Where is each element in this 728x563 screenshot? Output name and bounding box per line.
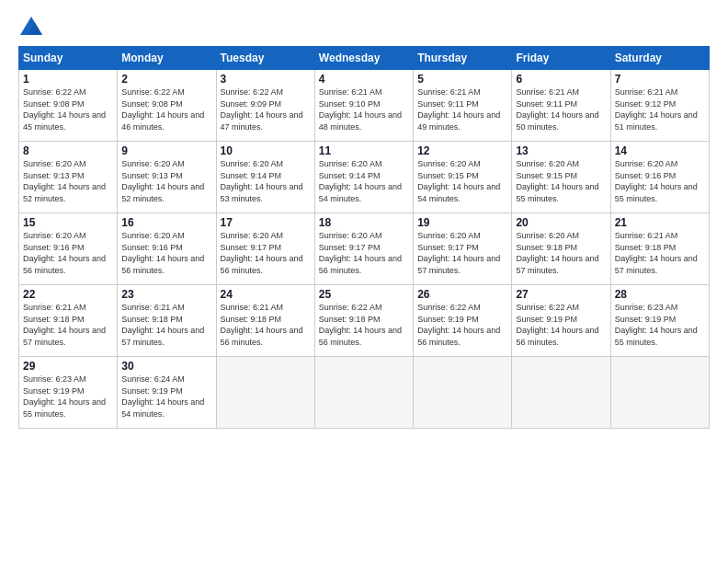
calendar-cell: 16 Sunrise: 6:20 AM Sunset: 9:16 PM Dayl…: [118, 213, 216, 285]
day-number: 7: [615, 73, 705, 86]
day-info: Sunrise: 6:22 AM Sunset: 9:18 PM Dayligh…: [319, 302, 409, 348]
day-number: 17: [221, 216, 311, 229]
day-number: 15: [23, 216, 113, 229]
week-row-1: 8 Sunrise: 6:20 AM Sunset: 9:13 PM Dayli…: [19, 142, 710, 213]
day-info: Sunrise: 6:23 AM Sunset: 9:19 PM Dayligh…: [615, 302, 705, 348]
header-row: SundayMondayTuesdayWednesdayThursdayFrid…: [19, 47, 710, 70]
day-number: 25: [319, 288, 409, 301]
week-row-0: 1 Sunrise: 6:22 AM Sunset: 9:08 PM Dayli…: [19, 70, 710, 142]
day-number: 29: [23, 360, 113, 373]
day-info: Sunrise: 6:20 AM Sunset: 9:13 PM Dayligh…: [23, 158, 113, 204]
day-info: Sunrise: 6:21 AM Sunset: 9:18 PM Dayligh…: [121, 302, 211, 348]
day-info: Sunrise: 6:21 AM Sunset: 9:18 PM Dayligh…: [23, 302, 113, 348]
calendar-cell: 11 Sunrise: 6:20 AM Sunset: 9:14 PM Dayl…: [314, 142, 413, 213]
logo-icon: [18, 15, 44, 40]
calendar-cell: 6 Sunrise: 6:21 AM Sunset: 9:11 PM Dayli…: [512, 70, 610, 142]
calendar-cell: 12 Sunrise: 6:20 AM Sunset: 9:15 PM Dayl…: [414, 142, 512, 213]
calendar-cell: 17 Sunrise: 6:20 AM Sunset: 9:17 PM Dayl…: [216, 213, 314, 285]
calendar-cell: 18 Sunrise: 6:20 AM Sunset: 9:17 PM Dayl…: [314, 213, 413, 285]
calendar-cell: [610, 357, 709, 429]
day-info: Sunrise: 6:20 AM Sunset: 9:16 PM Dayligh…: [121, 230, 211, 276]
logo: [18, 15, 48, 40]
calendar-cell: 9 Sunrise: 6:20 AM Sunset: 9:13 PM Dayli…: [118, 142, 216, 213]
col-header-thursday: Thursday: [414, 47, 512, 70]
day-info: Sunrise: 6:21 AM Sunset: 9:11 PM Dayligh…: [516, 86, 606, 132]
week-row-3: 22 Sunrise: 6:21 AM Sunset: 9:18 PM Dayl…: [19, 285, 710, 357]
day-number: 27: [516, 288, 606, 301]
day-number: 3: [221, 73, 311, 86]
calendar-cell: 22 Sunrise: 6:21 AM Sunset: 9:18 PM Dayl…: [19, 285, 118, 357]
day-number: 2: [121, 73, 211, 86]
day-info: Sunrise: 6:21 AM Sunset: 9:18 PM Dayligh…: [221, 302, 311, 348]
day-number: 10: [221, 144, 311, 157]
day-number: 12: [417, 144, 507, 157]
col-header-sunday: Sunday: [19, 47, 118, 70]
week-row-4: 29 Sunrise: 6:23 AM Sunset: 9:19 PM Dayl…: [19, 357, 710, 429]
day-number: 9: [121, 144, 211, 157]
day-info: Sunrise: 6:22 AM Sunset: 9:08 PM Dayligh…: [23, 86, 113, 132]
day-info: Sunrise: 6:20 AM Sunset: 9:17 PM Dayligh…: [221, 230, 311, 276]
day-number: 11: [319, 144, 409, 157]
day-info: Sunrise: 6:20 AM Sunset: 9:15 PM Dayligh…: [417, 158, 507, 204]
day-number: 4: [319, 73, 409, 86]
day-info: Sunrise: 6:21 AM Sunset: 9:10 PM Dayligh…: [319, 86, 409, 132]
day-number: 18: [319, 216, 409, 229]
col-header-wednesday: Wednesday: [314, 47, 413, 70]
calendar-cell: 20 Sunrise: 6:20 AM Sunset: 9:18 PM Dayl…: [512, 213, 610, 285]
calendar-table: SundayMondayTuesdayWednesdayThursdayFrid…: [18, 46, 710, 429]
day-number: 22: [23, 288, 113, 301]
week-row-2: 15 Sunrise: 6:20 AM Sunset: 9:16 PM Dayl…: [19, 213, 710, 285]
day-number: 23: [121, 288, 211, 301]
day-number: 21: [615, 216, 705, 229]
day-info: Sunrise: 6:20 AM Sunset: 9:14 PM Dayligh…: [221, 158, 311, 204]
calendar-cell: 4 Sunrise: 6:21 AM Sunset: 9:10 PM Dayli…: [314, 70, 413, 142]
calendar-cell: 26 Sunrise: 6:22 AM Sunset: 9:19 PM Dayl…: [414, 285, 512, 357]
day-info: Sunrise: 6:20 AM Sunset: 9:15 PM Dayligh…: [516, 158, 606, 204]
calendar-cell: [414, 357, 512, 429]
day-number: 8: [23, 144, 113, 157]
calendar-cell: 27 Sunrise: 6:22 AM Sunset: 9:19 PM Dayl…: [512, 285, 610, 357]
day-info: Sunrise: 6:22 AM Sunset: 9:08 PM Dayligh…: [121, 86, 211, 132]
day-info: Sunrise: 6:20 AM Sunset: 9:17 PM Dayligh…: [417, 230, 507, 276]
day-number: 28: [615, 288, 705, 301]
day-info: Sunrise: 6:20 AM Sunset: 9:18 PM Dayligh…: [516, 230, 606, 276]
calendar-cell: 14 Sunrise: 6:20 AM Sunset: 9:16 PM Dayl…: [610, 142, 709, 213]
calendar-cell: 5 Sunrise: 6:21 AM Sunset: 9:11 PM Dayli…: [414, 70, 512, 142]
day-info: Sunrise: 6:21 AM Sunset: 9:11 PM Dayligh…: [417, 86, 507, 132]
day-number: 20: [516, 216, 606, 229]
day-info: Sunrise: 6:22 AM Sunset: 9:19 PM Dayligh…: [516, 302, 606, 348]
day-info: Sunrise: 6:21 AM Sunset: 9:18 PM Dayligh…: [615, 230, 705, 276]
calendar-cell: [314, 357, 413, 429]
calendar-cell: 7 Sunrise: 6:21 AM Sunset: 9:12 PM Dayli…: [610, 70, 709, 142]
calendar-cell: 10 Sunrise: 6:20 AM Sunset: 9:14 PM Dayl…: [216, 142, 314, 213]
day-number: 26: [417, 288, 507, 301]
day-number: 24: [221, 288, 311, 301]
calendar-cell: 30 Sunrise: 6:24 AM Sunset: 9:19 PM Dayl…: [118, 357, 216, 429]
day-info: Sunrise: 6:24 AM Sunset: 9:19 PM Dayligh…: [121, 373, 211, 419]
day-number: 16: [121, 216, 211, 229]
day-number: 14: [615, 144, 705, 157]
calendar-cell: [216, 357, 314, 429]
calendar-cell: [512, 357, 610, 429]
calendar-cell: 8 Sunrise: 6:20 AM Sunset: 9:13 PM Dayli…: [19, 142, 118, 213]
calendar-cell: 15 Sunrise: 6:20 AM Sunset: 9:16 PM Dayl…: [19, 213, 118, 285]
calendar-cell: 28 Sunrise: 6:23 AM Sunset: 9:19 PM Dayl…: [610, 285, 709, 357]
header: [18, 15, 710, 40]
day-number: 30: [121, 360, 211, 373]
col-header-monday: Monday: [118, 47, 216, 70]
day-info: Sunrise: 6:21 AM Sunset: 9:12 PM Dayligh…: [615, 86, 705, 132]
day-info: Sunrise: 6:20 AM Sunset: 9:16 PM Dayligh…: [23, 230, 113, 276]
day-info: Sunrise: 6:20 AM Sunset: 9:17 PM Dayligh…: [319, 230, 409, 276]
calendar-cell: 1 Sunrise: 6:22 AM Sunset: 9:08 PM Dayli…: [19, 70, 118, 142]
calendar-cell: 24 Sunrise: 6:21 AM Sunset: 9:18 PM Dayl…: [216, 285, 314, 357]
day-number: 6: [516, 73, 606, 86]
calendar-cell: 3 Sunrise: 6:22 AM Sunset: 9:09 PM Dayli…: [216, 70, 314, 142]
col-header-saturday: Saturday: [610, 47, 709, 70]
col-header-friday: Friday: [512, 47, 610, 70]
calendar-cell: 25 Sunrise: 6:22 AM Sunset: 9:18 PM Dayl…: [314, 285, 413, 357]
day-info: Sunrise: 6:23 AM Sunset: 9:19 PM Dayligh…: [23, 373, 113, 419]
day-number: 19: [417, 216, 507, 229]
day-info: Sunrise: 6:22 AM Sunset: 9:09 PM Dayligh…: [221, 86, 311, 132]
calendar-cell: 19 Sunrise: 6:20 AM Sunset: 9:17 PM Dayl…: [414, 213, 512, 285]
day-number: 1: [23, 73, 113, 86]
